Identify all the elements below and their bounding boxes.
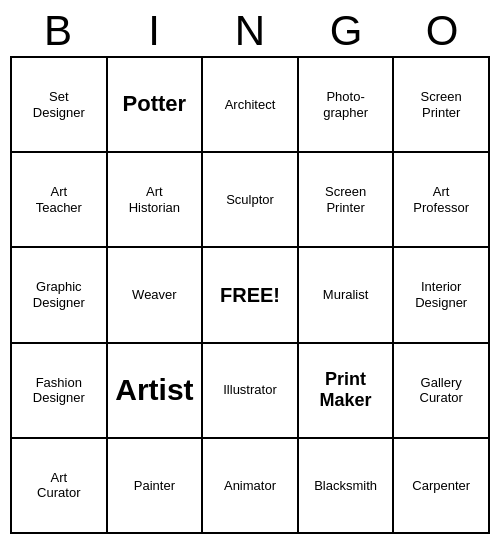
bingo-letter: B bbox=[10, 10, 106, 52]
bingo-cell: Weaver bbox=[108, 248, 204, 343]
bingo-cell: Sculptor bbox=[203, 153, 299, 248]
bingo-cell: PrintMaker bbox=[299, 344, 395, 439]
bingo-cell: ScreenPrinter bbox=[299, 153, 395, 248]
bingo-cell: FREE! bbox=[203, 248, 299, 343]
bingo-cell: Potter bbox=[108, 58, 204, 153]
bingo-cell: Painter bbox=[108, 439, 204, 534]
bingo-cell: ScreenPrinter bbox=[394, 58, 490, 153]
bingo-letter: O bbox=[394, 10, 490, 52]
bingo-cell: ArtTeacher bbox=[12, 153, 108, 248]
bingo-cell: ArtCurator bbox=[12, 439, 108, 534]
bingo-cell: ArtHistorian bbox=[108, 153, 204, 248]
bingo-letter: N bbox=[202, 10, 298, 52]
bingo-header: BINGO bbox=[10, 10, 490, 52]
bingo-cell: GalleryCurator bbox=[394, 344, 490, 439]
bingo-letter: G bbox=[298, 10, 394, 52]
bingo-cell: Photo-grapher bbox=[299, 58, 395, 153]
bingo-cell: FashionDesigner bbox=[12, 344, 108, 439]
bingo-cell: Muralist bbox=[299, 248, 395, 343]
bingo-letter: I bbox=[106, 10, 202, 52]
bingo-cell: Illustrator bbox=[203, 344, 299, 439]
bingo-cell: ArtProfessor bbox=[394, 153, 490, 248]
bingo-cell: Carpenter bbox=[394, 439, 490, 534]
bingo-cell: GraphicDesigner bbox=[12, 248, 108, 343]
bingo-cell: SetDesigner bbox=[12, 58, 108, 153]
bingo-cell: InteriorDesigner bbox=[394, 248, 490, 343]
bingo-cell: Artist bbox=[108, 344, 204, 439]
bingo-grid: SetDesignerPotterArchitectPhoto-grapherS… bbox=[10, 56, 490, 534]
bingo-cell: Architect bbox=[203, 58, 299, 153]
bingo-cell: Blacksmith bbox=[299, 439, 395, 534]
bingo-cell: Animator bbox=[203, 439, 299, 534]
